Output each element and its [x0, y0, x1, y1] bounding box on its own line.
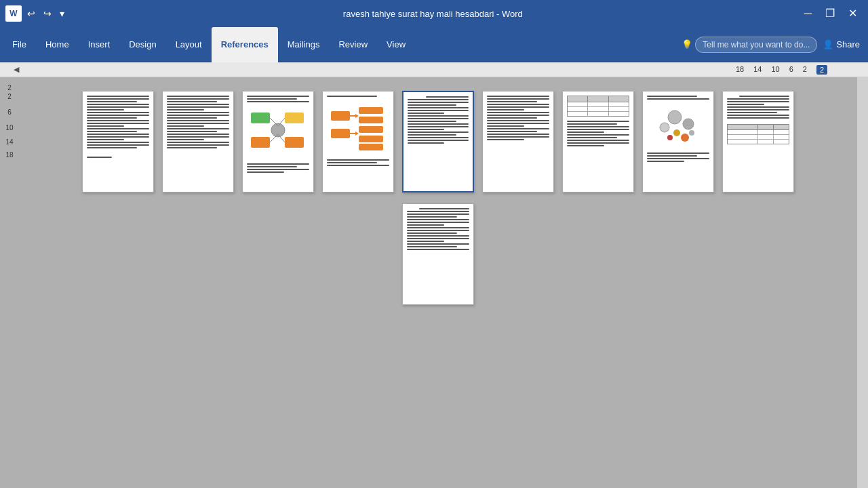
diagram-svg-3 — [248, 111, 309, 155]
svg-point-25 — [667, 135, 673, 140]
ruler-num-14: 14 — [753, 65, 762, 75]
diagram-svg-8 — [651, 107, 705, 148]
tab-insert[interactable]: Insert — [79, 27, 120, 62]
restore-button[interactable]: ❐ — [820, 7, 840, 20]
svg-marker-11 — [355, 114, 359, 118]
tab-home[interactable]: Home — [36, 27, 79, 62]
tab-review[interactable]: Review — [329, 27, 377, 62]
page-label-10: 10 — [5, 124, 13, 131]
page-thumb-1[interactable] — [82, 91, 154, 192]
minimize-button[interactable]: ─ — [799, 7, 817, 20]
svg-point-21 — [683, 119, 694, 129]
page-thumb-10[interactable] — [402, 203, 474, 305]
page-label-2a: 2 — [7, 84, 12, 92]
svg-rect-15 — [331, 129, 350, 138]
tell-me-input[interactable] — [695, 37, 817, 53]
ruler-num-2: 2 — [803, 65, 807, 75]
page-label-14: 14 — [5, 138, 13, 146]
page-thumb-2[interactable] — [162, 91, 234, 192]
page-thumb-5[interactable] — [402, 91, 474, 192]
ruler-num-10: 10 — [771, 65, 779, 75]
ribbon: File Home Insert Design Layout Reference… — [0, 27, 868, 62]
undo-button[interactable]: ↩ — [24, 7, 38, 20]
page-thumb-4[interactable] — [322, 91, 394, 192]
document-title: ravesh tahiye surat hay mali hesabdari -… — [67, 9, 799, 19]
svg-rect-0 — [251, 113, 270, 123]
tell-me-section: 💡 — [682, 37, 817, 53]
share-icon: 👤 — [823, 39, 833, 49]
svg-rect-1 — [285, 113, 304, 123]
main-area: 2 2 6 10 14 18 — [0, 77, 868, 488]
tab-file[interactable]: File — [3, 27, 36, 62]
svg-point-23 — [681, 134, 689, 142]
diagram-svg-4 — [330, 104, 387, 152]
thumbnails-row-2 — [402, 203, 474, 305]
svg-rect-9 — [331, 111, 350, 121]
svg-rect-3 — [285, 137, 304, 148]
title-bar-left: W ↩ ↪ ▾ — [5, 5, 67, 22]
ruler-marker: ◀ — [14, 65, 19, 74]
svg-rect-14 — [359, 126, 383, 133]
svg-point-20 — [668, 110, 682, 124]
svg-point-26 — [689, 130, 694, 136]
svg-rect-19 — [359, 144, 383, 150]
scrollbar[interactable] — [857, 77, 868, 488]
svg-point-24 — [673, 129, 680, 136]
page-thumb-9[interactable] — [722, 91, 794, 192]
word-icon: W — [5, 5, 22, 22]
svg-rect-18 — [359, 136, 383, 142]
page-label-2b: 2 — [7, 93, 12, 100]
ruler-bar: ◀ 18 14 10 6 2 2 — [0, 62, 868, 77]
ruler-numbers: 18 14 10 6 2 2 — [736, 65, 827, 75]
svg-rect-12 — [359, 107, 383, 114]
tab-design[interactable]: Design — [119, 27, 165, 62]
svg-rect-13 — [359, 117, 383, 123]
svg-point-4 — [271, 123, 285, 137]
page-thumb-3[interactable] — [242, 91, 314, 192]
close-button[interactable]: ✕ — [843, 7, 863, 20]
share-button[interactable]: 👤 Share — [817, 37, 865, 52]
svg-marker-17 — [355, 131, 359, 136]
doc-area — [19, 77, 857, 488]
tab-mailings[interactable]: Mailings — [278, 27, 330, 62]
ruler-num-active: 2 — [816, 65, 827, 75]
svg-point-22 — [660, 123, 669, 132]
lightbulb-icon: 💡 — [682, 39, 692, 49]
customize-button[interactable]: ▾ — [57, 7, 67, 20]
page-thumb-6[interactable] — [482, 91, 554, 192]
ruler-num-6: 6 — [789, 65, 793, 75]
page-label-6: 6 — [7, 108, 12, 116]
left-sidebar: 2 2 6 10 14 18 — [0, 77, 19, 488]
tab-view[interactable]: View — [377, 27, 415, 62]
thumbnails-row-1 — [82, 91, 794, 192]
page-thumb-7[interactable] — [562, 91, 634, 192]
share-label: Share — [836, 39, 860, 49]
title-bar-controls: ─ ❐ ✕ — [799, 7, 863, 20]
svg-rect-2 — [251, 137, 270, 148]
tab-references[interactable]: References — [212, 27, 278, 62]
ruler-num-18: 18 — [736, 65, 744, 75]
page-label-18: 18 — [5, 151, 13, 159]
page-thumb-8[interactable] — [642, 91, 714, 192]
tab-layout[interactable]: Layout — [166, 27, 212, 62]
title-bar: W ↩ ↪ ▾ ravesh tahiye surat hay mali hes… — [0, 0, 868, 27]
redo-button[interactable]: ↪ — [41, 7, 54, 20]
